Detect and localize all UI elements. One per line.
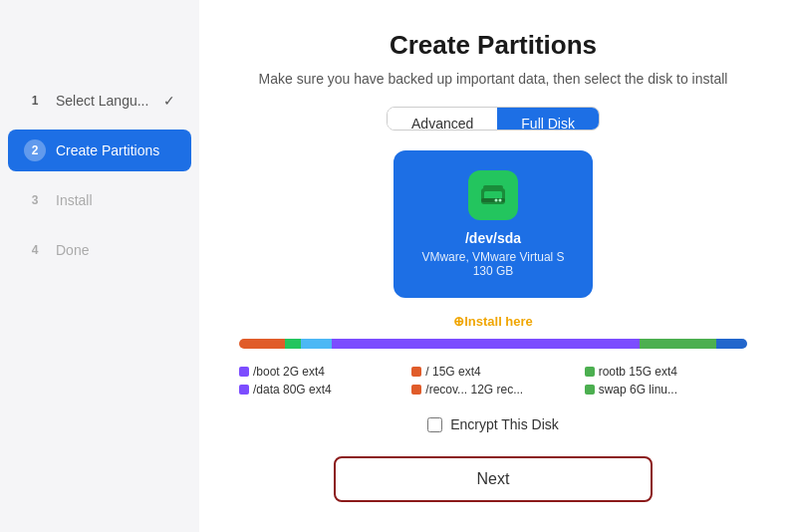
disk-card[interactable]: /dev/sda VMware, VMware Virtual S 130 GB [394, 150, 593, 298]
partition-segment-boot [239, 339, 285, 349]
step-label-1: Select Langu... [56, 93, 148, 109]
legend-text-4: /recov... 12G rec... [425, 383, 523, 397]
partition-legend: /boot 2G ext4/ 15G ext4rootb 15G ext4/da… [239, 365, 747, 397]
legend-item-1: / 15G ext4 [411, 365, 574, 379]
next-button[interactable]: Next [334, 456, 653, 502]
svg-rect-5 [483, 185, 503, 189]
svg-point-4 [495, 199, 498, 202]
sidebar-step-4[interactable]: 4Done [8, 229, 191, 271]
disk-dev-name: /dev/sda [465, 230, 521, 246]
sidebar-step-2: 2Create Partitions [8, 130, 191, 171]
encrypt-checkbox[interactable] [427, 417, 442, 432]
legend-item-0: /boot 2G ext4 [239, 365, 401, 379]
legend-item-4: /recov... 12G rec... [411, 383, 574, 397]
partition-bar [239, 339, 747, 349]
step-label-2: Create Partitions [56, 142, 159, 158]
legend-text-3: /data 80G ext4 [253, 383, 332, 397]
legend-dot-0 [239, 367, 249, 377]
svg-point-3 [499, 199, 502, 202]
disk-icon [468, 170, 518, 220]
main-content: Create Partitions Make sure you have bac… [199, 0, 787, 532]
sidebar-step-3[interactable]: 3Install [8, 179, 191, 221]
legend-dot-2 [585, 367, 595, 377]
legend-dot-3 [239, 385, 249, 395]
partition-segment-swap [716, 339, 747, 349]
sidebar-step-1[interactable]: 1Select Langu...✓ [8, 80, 191, 122]
partition-segment-root [285, 339, 300, 349]
legend-dot-1 [411, 367, 421, 377]
legend-item-2: rootb 15G ext4 [585, 365, 747, 379]
disk-description: VMware, VMware Virtual S 130 GB [421, 250, 564, 278]
subtitle: Make sure you have backed up important d… [259, 71, 728, 87]
step-number-3: 3 [24, 189, 46, 211]
advanced-button[interactable]: Advanced [388, 108, 497, 130]
legend-dot-4 [411, 385, 421, 395]
step-number-4: 4 [24, 239, 46, 261]
sidebar: 1Select Langu...✓2Create Partitions3Inst… [0, 0, 199, 532]
legend-dot-5 [585, 385, 595, 395]
encrypt-label[interactable]: Encrypt This Disk [450, 416, 559, 432]
step-label-4: Done [56, 242, 89, 258]
partition-segment-green [640, 339, 716, 349]
legend-text-2: rootb 15G ext4 [599, 365, 677, 379]
mode-toggle: Advanced Full Disk [387, 107, 600, 131]
full-disk-button[interactable]: Full Disk [497, 108, 599, 130]
encrypt-row: Encrypt This Disk [427, 416, 559, 432]
step-checkmark-1: ✓ [163, 93, 175, 109]
step-number-2: 2 [24, 139, 46, 161]
legend-text-1: / 15G ext4 [425, 365, 480, 379]
legend-text-0: /boot 2G ext4 [253, 365, 325, 379]
step-label-3: Install [56, 192, 93, 208]
partition-segment-data [332, 339, 640, 349]
step-number-1: 1 [24, 90, 46, 112]
page-title: Create Partitions [390, 30, 597, 61]
legend-item-3: /data 80G ext4 [239, 383, 401, 397]
legend-item-5: swap 6G linu... [585, 383, 747, 397]
partition-segment-blue [301, 339, 332, 349]
legend-text-5: swap 6G linu... [599, 383, 677, 397]
install-here-label: ⊕Install here [453, 314, 533, 329]
